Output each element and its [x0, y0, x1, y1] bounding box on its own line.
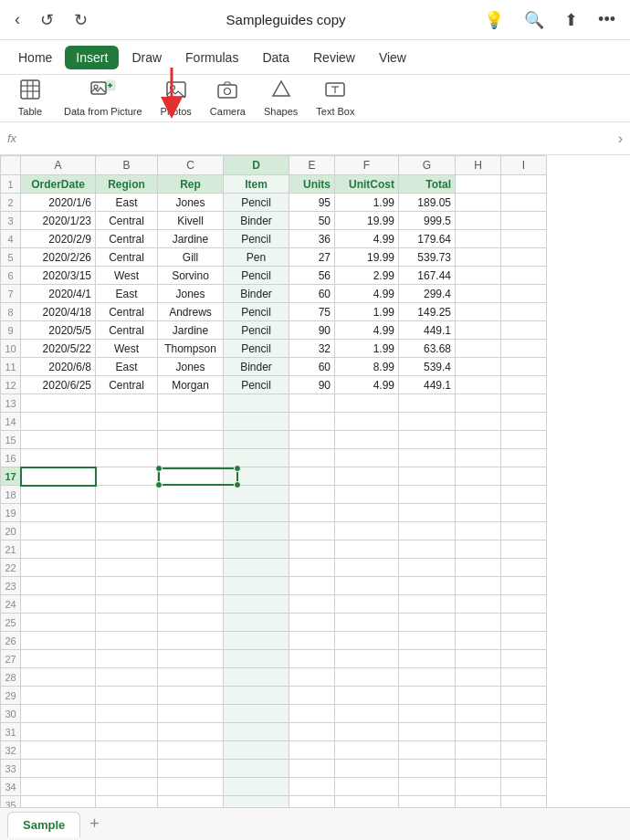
cell-D12[interactable]: Pencil — [224, 376, 289, 394]
cell-F11[interactable]: 8.99 — [335, 358, 399, 376]
cell-I9[interactable] — [501, 321, 547, 340]
cell-D2[interactable]: Pencil — [224, 194, 289, 212]
cell-A5[interactable]: 2020/2/26 — [21, 248, 96, 267]
redo-button[interactable]: ↻ — [70, 6, 91, 34]
cell-C6[interactable]: Sorvino — [158, 267, 224, 285]
cell-E9[interactable]: 90 — [289, 321, 335, 340]
cell-I3[interactable] — [501, 212, 547, 230]
menu-formulas[interactable]: Formulas — [174, 46, 249, 69]
cell-F6[interactable]: 2.99 — [335, 267, 399, 285]
cell-C2[interactable]: Jones — [158, 194, 224, 212]
menu-insert[interactable]: Insert — [65, 46, 119, 69]
cell-F2[interactable]: 1.99 — [335, 194, 399, 212]
cell-I2[interactable] — [501, 194, 547, 212]
cell-G2[interactable]: 189.05 — [399, 194, 456, 212]
cell-E4[interactable]: 36 — [289, 230, 335, 248]
cell-B2[interactable]: East — [96, 194, 158, 212]
cell-F7[interactable]: 4.99 — [335, 285, 399, 303]
cell-F3[interactable]: 19.99 — [335, 212, 399, 230]
menu-review[interactable]: Review — [302, 46, 366, 69]
lamp-button[interactable]: 💡 — [480, 6, 508, 34]
cell-C7[interactable]: Jones — [158, 285, 224, 303]
cell-G9[interactable]: 449.1 — [399, 321, 456, 340]
cell-E8[interactable]: 75 — [289, 303, 335, 321]
cell-E2[interactable]: 95 — [289, 194, 335, 212]
cell-H7[interactable] — [456, 285, 501, 303]
cell-E11[interactable]: 60 — [289, 358, 335, 376]
cell-D7[interactable]: Binder — [224, 285, 289, 303]
cell-A12[interactable]: 2020/6/25 — [21, 376, 96, 394]
cell-F9[interactable]: 4.99 — [335, 321, 399, 340]
cell-H6[interactable] — [456, 267, 501, 285]
text-box-button[interactable]: Text Box — [309, 76, 362, 121]
cell-D6[interactable]: Pencil — [224, 267, 289, 285]
cell-B12[interactable]: Central — [96, 376, 158, 394]
cell-A6[interactable]: 2020/3/15 — [21, 267, 96, 285]
cell-B7[interactable]: East — [96, 285, 158, 303]
cell-E7[interactable]: 60 — [289, 285, 335, 303]
cell-E1[interactable]: Units — [289, 175, 335, 194]
cell-H2[interactable] — [456, 194, 501, 212]
cell-C4[interactable]: Jardine — [158, 230, 224, 248]
cell-F10[interactable]: 1.99 — [335, 340, 399, 358]
cell-D11[interactable]: Binder — [224, 358, 289, 376]
menu-draw[interactable]: Draw — [121, 46, 173, 69]
col-header-D[interactable]: D — [224, 156, 289, 175]
cell-B8[interactable]: Central — [96, 303, 158, 321]
menu-view[interactable]: View — [368, 46, 417, 69]
cell-G10[interactable]: 63.68 — [399, 340, 456, 358]
cell-H8[interactable] — [456, 303, 501, 321]
cell-I11[interactable] — [501, 358, 547, 376]
cell-I8[interactable] — [501, 303, 547, 321]
cell-B9[interactable]: Central — [96, 321, 158, 340]
cell-D1[interactable]: Item — [224, 175, 289, 194]
cell-H3[interactable] — [456, 212, 501, 230]
cell-B3[interactable]: Central — [96, 212, 158, 230]
cell-A17[interactable] — [21, 467, 96, 486]
search-button[interactable]: 🔍 — [520, 6, 548, 34]
cell-A7[interactable]: 2020/4/1 — [21, 285, 96, 303]
photos-button[interactable]: Photos — [153, 76, 199, 121]
cell-E5[interactable]: 27 — [289, 248, 335, 267]
col-header-A[interactable]: A — [21, 156, 96, 175]
col-header-E[interactable]: E — [289, 156, 335, 175]
cell-B1[interactable]: Region — [96, 175, 158, 194]
shapes-button[interactable]: Shapes — [257, 76, 305, 121]
cell-H10[interactable] — [456, 340, 501, 358]
cell-F8[interactable]: 1.99 — [335, 303, 399, 321]
cell-A2[interactable]: 2020/1/6 — [21, 194, 96, 212]
cell-C1[interactable]: Rep — [158, 175, 224, 194]
cell-E3[interactable]: 50 — [289, 212, 335, 230]
cell-I7[interactable] — [501, 285, 547, 303]
cell-C11[interactable]: Jones — [158, 358, 224, 376]
cell-I10[interactable] — [501, 340, 547, 358]
cell-H5[interactable] — [456, 248, 501, 267]
back-button[interactable]: ‹ — [11, 6, 24, 33]
cell-D9[interactable]: Pencil — [224, 321, 289, 340]
cell-A1[interactable]: OrderDate — [21, 175, 96, 194]
cell-B10[interactable]: West — [96, 340, 158, 358]
data-from-picture-button[interactable]: Data from Picture — [57, 76, 150, 121]
cell-C12[interactable]: Morgan — [158, 376, 224, 394]
sheet-tab-sample[interactable]: Sample — [7, 812, 80, 837]
cell-H4[interactable] — [456, 230, 501, 248]
formula-input[interactable] — [24, 131, 611, 145]
cell-A8[interactable]: 2020/4/18 — [21, 303, 96, 321]
cell-C8[interactable]: Andrews — [158, 303, 224, 321]
cell-E6[interactable]: 56 — [289, 267, 335, 285]
cell-G7[interactable]: 299.4 — [399, 285, 456, 303]
cell-H12[interactable] — [456, 376, 501, 394]
cell-C10[interactable]: Thompson — [158, 340, 224, 358]
share-button[interactable]: ⬆ — [561, 6, 582, 34]
cell-A9[interactable]: 2020/5/5 — [21, 321, 96, 340]
cell-G5[interactable]: 539.73 — [399, 248, 456, 267]
table-button[interactable]: Table — [7, 76, 53, 121]
col-header-C[interactable]: C — [158, 156, 224, 175]
cell-G12[interactable]: 449.1 — [399, 376, 456, 394]
camera-button[interactable]: Camera — [203, 76, 253, 121]
cell-G11[interactable]: 539.4 — [399, 358, 456, 376]
cell-D3[interactable]: Binder — [224, 212, 289, 230]
cell-A4[interactable]: 2020/2/9 — [21, 230, 96, 248]
cell-D8[interactable]: Pencil — [224, 303, 289, 321]
undo-button[interactable]: ↺ — [37, 6, 58, 34]
